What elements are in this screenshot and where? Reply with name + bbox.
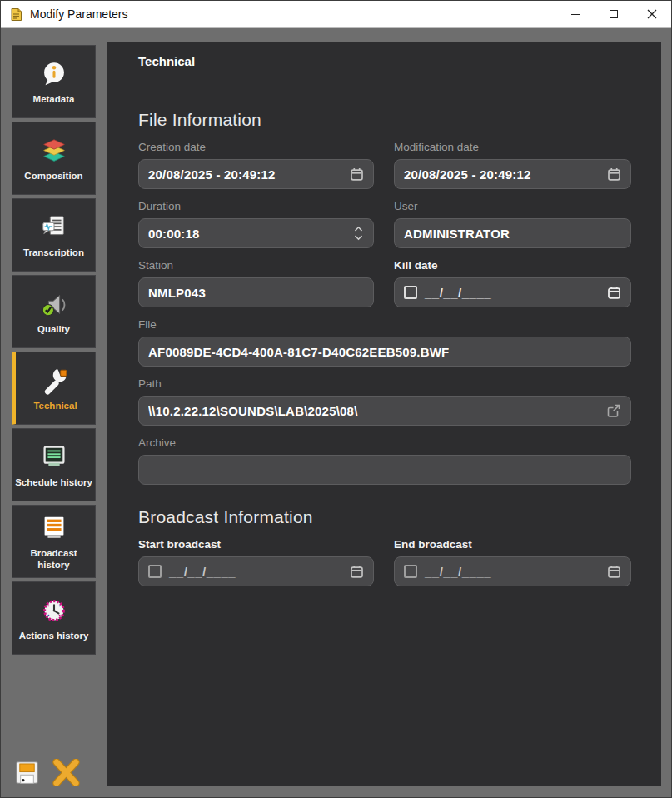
sidebar-item-transcription[interactable]: Transcription: [12, 198, 96, 272]
cancel-x-icon: [52, 759, 81, 786]
sidebar-item-technical[interactable]: Technical: [12, 352, 96, 425]
maximize-button[interactable]: [595, 1, 633, 27]
minimize-icon: [571, 14, 580, 15]
user-label: User: [394, 200, 631, 212]
sidebar-item-metadata[interactable]: Metadata: [12, 45, 96, 118]
dialog-actions: [12, 759, 107, 797]
user-field[interactable]: ADMINISTRATOR: [394, 218, 631, 248]
path-label: Path: [138, 377, 631, 390]
end-broadcast-label: End broadcast: [394, 538, 631, 551]
minimize-button[interactable]: [556, 1, 595, 27]
wrench-icon: [40, 364, 72, 399]
station-cell: Station NMLP043: [138, 248, 374, 307]
file-information-heading: File Information: [138, 110, 630, 130]
info-bubble-icon: [38, 57, 70, 92]
history-clock-icon: [38, 594, 70, 629]
user-value: ADMINISTRATOR: [404, 227, 510, 241]
creation-date-field[interactable]: 20/08/2025 - 20:49:12: [138, 159, 374, 189]
sidebar-item-actions-history[interactable]: Actions history: [12, 581, 96, 655]
creation-date-cell: Creation date 20/08/2025 - 20:49:12: [138, 130, 374, 189]
archive-field[interactable]: [138, 455, 631, 485]
floppy-save-icon: [13, 759, 41, 786]
duration-cell: Duration 00:00:18: [138, 189, 374, 248]
station-value: NMLP043: [148, 286, 206, 300]
kill-date-cell: Kill date __/__/____: [394, 248, 631, 307]
archive-cell: Archive: [138, 426, 631, 485]
schedule-monitor-icon: [38, 441, 70, 476]
sidebar-item-label: Schedule history: [12, 476, 95, 489]
window-frame: Metadata Composition: [1, 28, 671, 797]
end-broadcast-cell: End broadcast __/__/____: [394, 527, 631, 586]
file-value: AF0089DE-4CD4-400A-81C7-D40C62EEB509.BWF: [148, 345, 449, 359]
sidebar-item-schedule-history[interactable]: Schedule history: [12, 428, 96, 501]
sidebar-item-label: Composition: [22, 169, 85, 182]
end-broadcast-checkbox[interactable]: [404, 565, 417, 578]
titlebar: Modify Parameters: [1, 1, 671, 28]
spinner-icon[interactable]: [353, 225, 364, 242]
kill-date-field[interactable]: __/__/____: [394, 277, 631, 307]
layers-icon: [38, 134, 70, 169]
modification-date-cell: Modification date 20/08/2025 - 20:49:12: [394, 130, 631, 189]
sidebar-item-label: Metadata: [31, 92, 77, 106]
file-field[interactable]: AF0089DE-4CD4-400A-81C7-D40C62EEB509.BWF: [138, 337, 631, 367]
modification-date-field[interactable]: 20/08/2025 - 20:49:12: [394, 159, 631, 189]
start-broadcast-cell: Start broadcast __/__/____: [138, 527, 374, 586]
close-icon: [647, 9, 657, 19]
technical-panel: Technical File Information Creation date…: [107, 42, 661, 786]
sidebar-item-quality[interactable]: Quality: [12, 275, 96, 348]
start-broadcast-field[interactable]: __/__/____: [138, 556, 374, 586]
start-broadcast-checkbox[interactable]: [148, 565, 162, 578]
document-icon: [9, 7, 23, 22]
page-title: Technical: [138, 54, 630, 68]
file-information-grid: Creation date 20/08/2025 - 20:49:12: [138, 130, 630, 485]
sidebar-item-composition[interactable]: Composition: [12, 122, 96, 195]
modify-parameters-window: Modify Parameters: [0, 0, 672, 798]
calendar-icon[interactable]: [607, 167, 621, 182]
sidebar-item-label: Quality: [35, 322, 72, 336]
file-label: File: [138, 318, 631, 331]
modification-date-value: 20/08/2025 - 20:49:12: [404, 167, 531, 182]
duration-field[interactable]: 00:00:18: [138, 218, 374, 248]
kill-date-placeholder: __/__/____: [425, 286, 491, 300]
archive-label: Archive: [138, 436, 631, 449]
sidebar-item-broadcast-history[interactable]: Broadcast history: [12, 505, 96, 578]
sidebar: Metadata Composition: [1, 28, 107, 797]
user-cell: User ADMINISTRATOR: [394, 189, 631, 248]
sidebar-item-label: Broadcast history: [12, 546, 95, 571]
duration-label: Duration: [138, 200, 374, 212]
start-broadcast-placeholder: __/__/____: [169, 565, 236, 579]
station-field[interactable]: NMLP043: [138, 277, 374, 307]
kill-date-checkbox[interactable]: [404, 286, 417, 299]
calendar-icon[interactable]: [607, 565, 621, 579]
sidebar-item-label: Actions history: [17, 629, 92, 642]
close-button[interactable]: [633, 1, 671, 27]
calendar-icon[interactable]: [350, 167, 364, 182]
broadcast-information-heading: Broadcast Information: [138, 507, 630, 527]
sidebar-item-label: Transcription: [21, 246, 87, 259]
external-link-icon[interactable]: [606, 403, 621, 418]
creation-date-value: 20/08/2025 - 20:49:12: [148, 167, 276, 182]
end-broadcast-placeholder: __/__/____: [425, 565, 491, 579]
calendar-icon[interactable]: [607, 286, 621, 300]
file-cell: File AF0089DE-4CD4-400A-81C7-D40C62EEB50…: [138, 307, 631, 367]
path-field[interactable]: \\10.2.22.12\SOUNDS\LAB\2025\08\: [138, 396, 631, 426]
modification-date-label: Modification date: [394, 141, 631, 153]
sidebar-item-label: Technical: [31, 399, 79, 412]
duration-value: 00:00:18: [148, 227, 200, 241]
broadcast-information-grid: Start broadcast __/__/____: [138, 527, 630, 586]
kill-date-label: Kill date: [394, 259, 631, 272]
path-cell: Path \\10.2.22.12\SOUNDS\LAB\2025\08\: [138, 367, 631, 426]
cancel-button[interactable]: [52, 759, 81, 786]
end-broadcast-field[interactable]: __/__/____: [394, 556, 631, 586]
window-title: Modify Parameters: [30, 7, 127, 21]
path-value: \\10.2.22.12\SOUNDS\LAB\2025\08\: [148, 404, 358, 418]
maximize-icon: [610, 10, 618, 18]
speaker-check-icon: [38, 287, 70, 322]
transcript-document-icon: [38, 211, 70, 246]
station-label: Station: [138, 259, 374, 272]
broadcast-list-icon: [38, 511, 70, 546]
start-broadcast-label: Start broadcast: [138, 538, 374, 551]
calendar-icon[interactable]: [350, 565, 364, 579]
creation-date-label: Creation date: [138, 141, 374, 153]
save-button[interactable]: [13, 759, 41, 786]
